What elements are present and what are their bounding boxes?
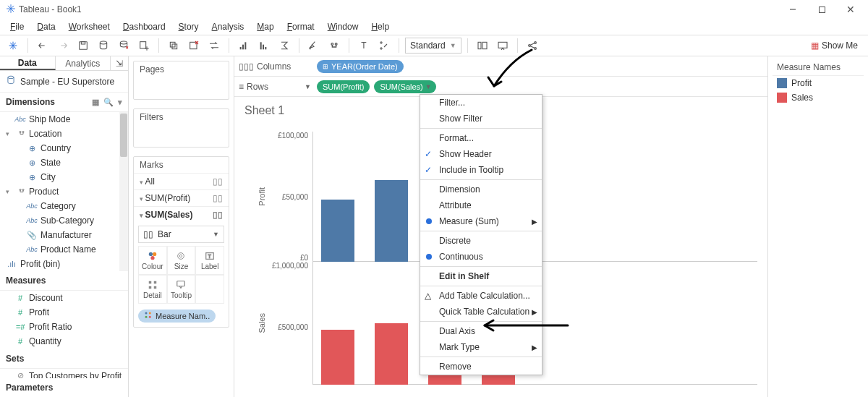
ctx-show-filter[interactable]: Show Filter [420, 111, 542, 127]
marks-all[interactable]: ▾ All▯▯ [134, 173, 229, 189]
show-me-button[interactable]: ▦Show Me [805, 40, 864, 51]
tab-data[interactable]: Data [0, 56, 56, 70]
meas-quantity[interactable]: #Quantity [0, 334, 128, 349]
marks-sum-sales[interactable]: ▾ SUM(Sales)▯▯ [134, 206, 229, 223]
svg-rect-24 [265, 47, 266, 49]
globe-icon: ⊕ [26, 158, 38, 168]
new-data-source-icon[interactable] [95, 37, 112, 54]
dim-product[interactable]: ▾Product [0, 184, 128, 199]
dim-sub-category[interactable]: AbcSub-Category [0, 213, 128, 228]
clip-icon: 📎 [26, 231, 38, 240]
duplicate-icon[interactable] [165, 37, 182, 54]
ctx-remove[interactable]: Remove [420, 359, 542, 375]
ctx-edit-shelf[interactable]: Edit in Shelf [420, 268, 542, 284]
tab-expand-icon[interactable]: ⇲ [111, 56, 128, 70]
menu-dashboard[interactable]: Dashboard [117, 20, 171, 33]
pill-measure-names[interactable]: Measure Nam.. [138, 310, 216, 323]
ctx-measure-sum[interactable]: Measure (Sum)▶ [420, 213, 542, 229]
menu-story[interactable]: Story [173, 20, 205, 33]
save-icon[interactable] [75, 37, 92, 54]
ctx-dimension[interactable]: Dimension [420, 182, 542, 197]
pause-auto-updates-icon[interactable] [115, 37, 132, 54]
ctx-show-header[interactable]: ✓Show Header [420, 146, 542, 162]
new-worksheet-icon[interactable] [135, 37, 153, 54]
marks-size[interactable]: Size [167, 246, 196, 275]
ctx-filter[interactable]: Filter... [420, 95, 542, 111]
meas-profit[interactable]: #Profit [0, 305, 128, 320]
ctx-include-tooltip[interactable]: ✓Include in Tooltip [420, 162, 542, 178]
pill-year-order-date[interactable]: ⊞YEAR(Order Date) [317, 60, 404, 73]
sort-asc-icon[interactable] [235, 37, 252, 54]
group-icon[interactable] [326, 37, 343, 54]
marks-sum-profit[interactable]: ▾ SUM(Profit)▯▯ [134, 189, 229, 206]
dim-country[interactable]: ⊕Country [0, 141, 128, 155]
menu-help[interactable]: Help [365, 20, 395, 33]
legend-item-sales[interactable]: Sales [773, 90, 864, 105]
swap-icon[interactable] [205, 37, 223, 54]
clear-sheet-icon[interactable] [185, 37, 203, 54]
menu-window[interactable]: Window [322, 20, 365, 33]
sort-desc-icon[interactable] [255, 37, 273, 54]
fit-dropdown[interactable]: Standard▼ [405, 38, 461, 54]
search-icon[interactable]: 🔍 [103, 98, 114, 107]
show-mark-labels-icon[interactable]: T [355, 37, 373, 54]
meas-discount[interactable]: #Discount [0, 291, 128, 305]
dim-category[interactable]: AbcCategory [0, 199, 128, 213]
ctx-mark-type[interactable]: Mark Type▶ [420, 339, 542, 355]
mark-type-dropdown[interactable]: ▯▯Bar▼ [138, 226, 224, 243]
pages-shelf[interactable]: Pages [134, 61, 229, 77]
ctx-format[interactable]: Format... [420, 130, 542, 146]
presentation-mode-icon[interactable] [494, 37, 511, 54]
dim-product-name[interactable]: AbcProduct Name [0, 242, 128, 257]
pill-sum-sales[interactable]: SUM(Sales)▼ [374, 80, 435, 93]
menu-format[interactable]: Format [281, 20, 320, 33]
undo-icon[interactable] [34, 37, 51, 54]
redo-icon[interactable] [54, 37, 72, 54]
menu-icon[interactable]: ▾ [118, 98, 122, 107]
svg-rect-49 [177, 281, 185, 286]
dim-city[interactable]: ⊕City [0, 170, 128, 184]
filters-shelf[interactable]: Filters [134, 109, 229, 125]
ctx-discrete[interactable]: Discrete [420, 233, 542, 249]
show-hide-cards-icon[interactable] [474, 37, 491, 54]
menu-file[interactable]: File [4, 20, 30, 33]
dim-profit-bin[interactable]: .ılıProfit (bin) [0, 257, 128, 271]
ctx-quick-table-calc[interactable]: Quick Table Calculation▶ [420, 304, 542, 320]
set-top-customers[interactable]: ⊘Top Customers by Profit [0, 369, 128, 378]
maximize-button[interactable] [807, 0, 836, 19]
fix-axes-icon[interactable] [375, 37, 393, 54]
ctx-continuous[interactable]: Continuous [420, 249, 542, 265]
ctx-add-table-calc[interactable]: △Add Table Calculation... [420, 288, 542, 304]
highlight-icon[interactable] [305, 37, 323, 54]
tab-analytics[interactable]: Analytics [56, 56, 111, 70]
marks-detail[interactable]: Detail [138, 275, 167, 304]
svg-point-42 [180, 255, 183, 257]
tableau-logo-icon[interactable] [4, 37, 22, 54]
axis-profit-label[interactable]: Profit [258, 187, 266, 206]
list-view-icon[interactable]: ▦ [92, 98, 99, 107]
legend-item-profit[interactable]: Profit [773, 76, 864, 90]
menu-data[interactable]: Data [31, 20, 61, 33]
share-icon[interactable] [524, 37, 541, 54]
marks-label[interactable]: TLabel [195, 246, 224, 275]
pill-sum-profit[interactable]: SUM(Profit) [317, 80, 370, 93]
axis-sales-label[interactable]: Sales [258, 313, 266, 333]
ctx-attribute[interactable]: Attribute [420, 197, 542, 213]
minimize-button[interactable] [778, 0, 807, 19]
datasource-row[interactable]: Sample - EU Superstore [0, 71, 128, 93]
dim-location[interactable]: ▾Location [0, 127, 128, 141]
ctx-dual-axis[interactable]: Dual Axis [420, 323, 542, 339]
close-button[interactable]: ✕ [836, 0, 865, 19]
dim-manufacturer[interactable]: 📎Manufacturer [0, 228, 128, 242]
totals-icon[interactable] [276, 37, 293, 54]
marks-colour[interactable]: Colour [138, 246, 167, 275]
dim-state[interactable]: ⊕State [0, 155, 128, 170]
set-icon: ⊘ [14, 371, 26, 378]
menu-analysis[interactable]: Analysis [206, 20, 250, 33]
menu-worksheet[interactable]: Worksheet [63, 20, 116, 33]
marks-tooltip[interactable]: Tooltip [167, 275, 196, 304]
scrollbar[interactable] [119, 112, 128, 271]
dim-ship-mode[interactable]: AbcShip Mode [0, 112, 128, 127]
menu-map[interactable]: Map [251, 20, 279, 33]
meas-profit-ratio[interactable]: =#Profit Ratio [0, 320, 128, 334]
